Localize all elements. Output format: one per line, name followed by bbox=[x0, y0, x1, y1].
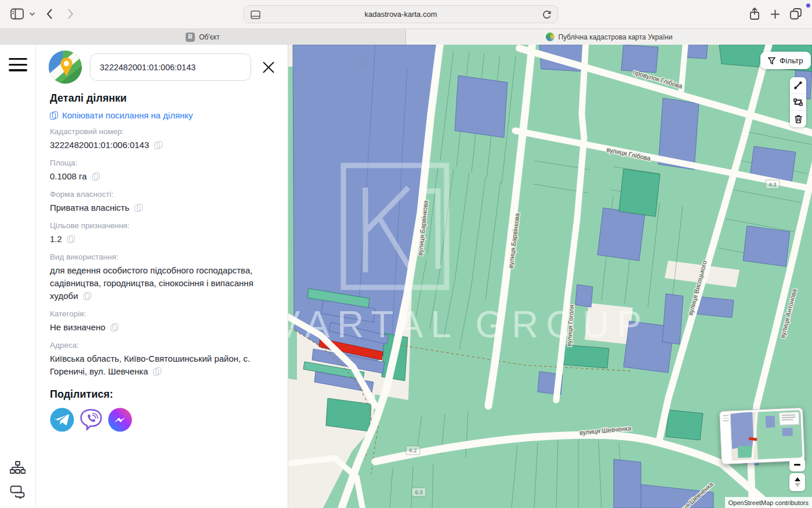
url-text: kadastrova-karta.com bbox=[365, 10, 437, 19]
copy-link-label: Копіювати посилання на ділянку bbox=[62, 110, 193, 120]
draw-polygon-button[interactable] bbox=[790, 93, 806, 110]
tab-label: Об'єкт bbox=[199, 33, 220, 41]
chat-icon[interactable] bbox=[10, 485, 26, 501]
search-input[interactable] bbox=[90, 53, 251, 81]
url-bar[interactable]: kadastrova-karta.com bbox=[244, 5, 558, 23]
map-area: KVARTAL GROUP провулок Глібова вулиця Гл… bbox=[288, 45, 812, 508]
polygon-icon bbox=[793, 98, 803, 107]
status-dot bbox=[806, 3, 810, 8]
pan-up-button[interactable] bbox=[795, 477, 800, 481]
tab-bar: R Об'єкт Публічна кадастрова карта Украї… bbox=[0, 29, 812, 45]
sidebar-toggle-icon[interactable] bbox=[10, 8, 24, 20]
map-overview-thumbnail[interactable] bbox=[719, 408, 805, 464]
details-sidebar: Деталі ділянки Копіювати посилання на ді… bbox=[36, 45, 288, 508]
field-category: Категорія: Не визначено bbox=[50, 309, 260, 334]
copy-icon[interactable] bbox=[154, 141, 161, 149]
copy-icon[interactable] bbox=[84, 292, 90, 300]
search-row bbox=[49, 51, 276, 84]
details-title: Деталі ділянки bbox=[50, 92, 260, 105]
copy-icon[interactable] bbox=[111, 323, 118, 332]
tab-label: Публічна кадастрова карта України bbox=[559, 33, 673, 41]
map-logo-icon[interactable] bbox=[49, 51, 82, 84]
close-icon[interactable] bbox=[261, 60, 276, 75]
map-tools bbox=[790, 77, 806, 127]
reload-icon[interactable] bbox=[542, 10, 552, 22]
field-purpose: Цільове призначення: 1.2 bbox=[50, 221, 260, 246]
site-settings-icon[interactable] bbox=[251, 10, 260, 21]
funnel-icon bbox=[768, 57, 775, 64]
sitemap-icon[interactable] bbox=[10, 461, 26, 477]
field-address: Адреса: Київська область, Київо-Святошин… bbox=[50, 341, 260, 378]
copy-icon[interactable] bbox=[153, 368, 160, 376]
parcel-code-label: 6.2 bbox=[409, 447, 416, 453]
browser-toolbar: kadastrova-karta.com bbox=[0, 0, 812, 29]
copy-icon bbox=[50, 111, 57, 120]
page-content: Деталі ділянки Копіювати посилання на ді… bbox=[0, 45, 812, 508]
measure-icon bbox=[793, 81, 803, 90]
field-use-type: Вид використання: для ведення особистого… bbox=[50, 253, 260, 302]
pan-down-button[interactable] bbox=[795, 483, 800, 487]
minimap-canvas bbox=[730, 410, 802, 460]
parcel-code-label: 4.3 bbox=[768, 181, 776, 188]
forward-button[interactable] bbox=[67, 8, 74, 20]
back-button[interactable] bbox=[46, 8, 53, 20]
chevron-down-icon[interactable] bbox=[29, 12, 35, 16]
zoom-out-button[interactable] bbox=[789, 458, 805, 471]
watermark-text: KVARTAL GROUP bbox=[288, 304, 649, 345]
copy-parcel-link[interactable]: Копіювати посилання на ділянку bbox=[50, 110, 260, 120]
left-strip bbox=[0, 45, 36, 508]
field-area: Площа: 0.1008 га bbox=[50, 158, 260, 183]
copy-icon[interactable] bbox=[92, 172, 99, 181]
new-tab-icon[interactable] bbox=[770, 9, 780, 19]
measure-tool-button[interactable] bbox=[790, 77, 806, 93]
messenger-icon[interactable] bbox=[108, 408, 132, 432]
copy-icon[interactable] bbox=[135, 204, 142, 212]
parcel-code-label: 6.3 bbox=[415, 489, 422, 495]
tab-object[interactable]: R Об'єкт bbox=[0, 29, 406, 45]
tab-overview-icon[interactable] bbox=[789, 8, 802, 20]
menu-hamburger-icon[interactable] bbox=[9, 58, 27, 75]
share-icons bbox=[50, 408, 260, 432]
field-ownership: Форма власності: Приватна власність bbox=[50, 190, 260, 214]
share-title: Поділитися: bbox=[50, 388, 260, 401]
viber-icon[interactable] bbox=[79, 408, 103, 432]
copy-icon[interactable] bbox=[67, 235, 74, 243]
tab-favicon-kadastrova bbox=[546, 33, 554, 41]
tab-cadastral-map[interactable]: Публічна кадастрова карта України bbox=[406, 29, 812, 45]
parcel-details: Деталі ділянки Копіювати посилання на ді… bbox=[50, 92, 260, 432]
map-attribution[interactable]: OpenStreetMap contributors bbox=[725, 497, 812, 508]
telegram-icon[interactable] bbox=[50, 408, 74, 432]
zoom-controls bbox=[789, 458, 805, 491]
delete-tool-button[interactable] bbox=[790, 110, 806, 127]
share-icon[interactable] bbox=[749, 7, 760, 21]
tab-favicon-r: R bbox=[186, 33, 195, 42]
trash-icon bbox=[794, 114, 803, 124]
filter-button[interactable]: Фільтр bbox=[760, 52, 811, 69]
field-cadastral-number: Кадастровий номер: 3222482001:01:006:014… bbox=[50, 127, 260, 152]
filter-label: Фільтр bbox=[780, 56, 803, 65]
